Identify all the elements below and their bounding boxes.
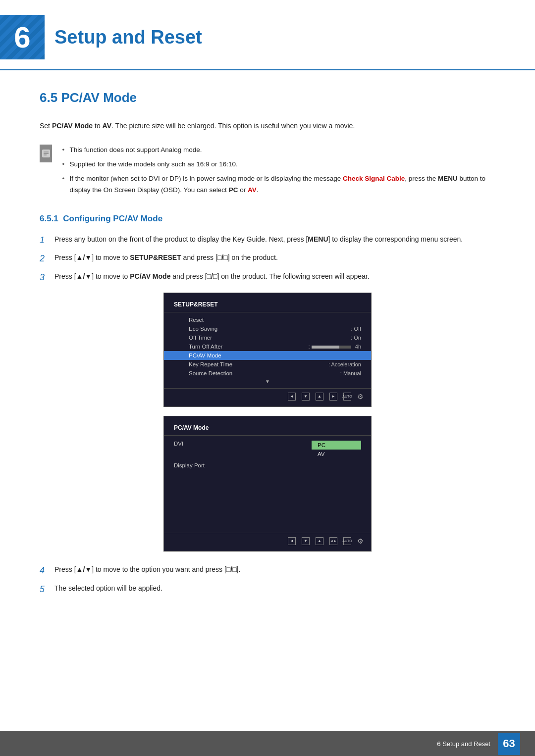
osd1-source-label: Source Detection xyxy=(189,370,340,376)
menu-bold: MENU xyxy=(438,175,458,182)
osd2-btn-left: ◄ xyxy=(288,537,296,545)
osd1-turnoff-label: Turn Off After xyxy=(189,344,309,350)
osd1-btn-right-icon: ► xyxy=(329,393,337,401)
osd1-slider xyxy=(312,346,351,349)
osd2-row-dp: Display Port xyxy=(164,460,371,470)
osd1-row-eco: Eco Saving : Off xyxy=(164,324,371,333)
step-number-2: 2 xyxy=(40,251,45,266)
pencil-svg xyxy=(41,148,52,159)
osd2-option-av: AV xyxy=(312,450,361,458)
pcav-mode-bold-2: PC/AV Mode xyxy=(130,272,170,280)
check-signal-bold: Check Signal Cable xyxy=(343,175,405,182)
menu-key: MENU xyxy=(308,235,328,243)
setup-reset-bold: SETUP&RESET xyxy=(130,253,181,261)
chapter-header: 6 Setup and Reset xyxy=(0,0,535,70)
osd1-btn-up-icon: ▲ xyxy=(316,393,323,401)
osd1-offtimer-label: Off Timer xyxy=(189,335,351,341)
osd-screen-1: SETUP&RESET Reset Eco Saving : Off Off T… xyxy=(163,293,372,407)
step-2: 2 Press [▲/▼] to move to SETUP&RESET and… xyxy=(40,252,495,264)
pcav-mode-bold: PC/AV Mode xyxy=(52,122,93,130)
note-list: This function does not support Analog mo… xyxy=(59,145,495,199)
chapter-number-box: 6 xyxy=(0,15,45,59)
osd2-bottom-bar: ◄ ▼ ▲ ◄► AUTO ⚙ xyxy=(164,533,371,546)
osd1-pcav-label: PC/AV Mode xyxy=(189,353,361,358)
step-1: 1 Press any button on the front of the p… xyxy=(40,234,495,246)
note-box: This function does not support Analog mo… xyxy=(40,145,495,199)
osd1-title: SETUP&RESET xyxy=(164,299,371,312)
osd1-reset-label: Reset xyxy=(189,317,361,323)
step-number-3: 3 xyxy=(40,270,45,285)
osd1-source-value: : Manual xyxy=(340,370,361,376)
step-number-4: 4 xyxy=(40,563,45,578)
osd1-btn-auto-icon: AUTO xyxy=(343,393,351,401)
osd1-row-turnoff: Turn Off After : 4h xyxy=(164,342,371,351)
osd2-gear-icon: ⚙ xyxy=(357,537,364,545)
note-item-1: This function does not support Analog mo… xyxy=(59,145,495,156)
osd2-btn-down-icon: ▼ xyxy=(302,537,310,545)
osd2-btn-auto-icon: AUTO xyxy=(343,537,351,545)
osd1-row-keyrepeat: Key Repeat Time : Acceleration xyxy=(164,360,371,369)
main-content: 6.5 PC/AV Mode Set PC/AV Mode to AV. The… xyxy=(0,90,535,595)
step-3: 3 Press [▲/▼] to move to PC/AV Mode and … xyxy=(40,271,495,283)
subsection-title: 6.5.1 Configuring PC/AV Mode xyxy=(40,214,495,224)
osd2-dp-label: Display Port xyxy=(174,462,361,468)
osd2-btn-up: ▲ xyxy=(316,537,323,545)
osd1-row-pcav: PC/AV Mode xyxy=(164,351,371,360)
chapter-number: 6 xyxy=(14,20,30,54)
chapter-title: Setup and Reset xyxy=(54,27,202,48)
steps-list-2: 4 Press [▲/▼] to move to the option you … xyxy=(40,564,495,595)
step-number-1: 1 xyxy=(40,233,45,248)
osd1-gear-icon: ⚙ xyxy=(357,393,364,401)
osd2-option-pc: PC xyxy=(312,441,361,450)
osd2-btn-enter-icon: ◄► xyxy=(329,537,337,545)
osd1-row-offtimer: Off Timer : On xyxy=(164,333,371,342)
osd1-keyrepeat-value: : Acceleration xyxy=(328,361,361,367)
osd2-btn-left-icon: ◄ xyxy=(288,537,296,545)
footer-page-number: 63 xyxy=(498,733,520,755)
osd1-btn-up: ▲ xyxy=(316,393,323,401)
osd2-btn-auto: AUTO xyxy=(343,537,351,545)
note-icon xyxy=(40,145,52,162)
osd1-btn-left: ◄ xyxy=(288,393,296,401)
osd1-btn-right: ► xyxy=(329,393,337,401)
footer-text: 6 Setup and Reset xyxy=(437,740,490,748)
pc-bold: PC xyxy=(229,186,238,194)
note-item-2: Supplied for the wide models only such a… xyxy=(59,159,495,170)
osd2-btn-down: ▼ xyxy=(302,537,310,545)
osd1-keyrepeat-label: Key Repeat Time xyxy=(189,361,328,367)
nav-keys-3: ▲/▼ xyxy=(76,272,92,280)
subsection-number: 6.5.1 xyxy=(40,214,58,223)
subsection-title-text: Configuring PC/AV Mode xyxy=(63,214,162,223)
av-bold: AV xyxy=(103,122,111,130)
osd1-turnoff-value: : 4h xyxy=(309,344,361,350)
osd1-btn-left-icon: ◄ xyxy=(288,393,296,401)
nav-keys-4: ▲/▼ xyxy=(76,565,92,573)
osd1-row-source: Source Detection : Manual xyxy=(164,369,371,378)
step-5-text: The selected option will be applied. xyxy=(54,584,162,592)
osd2-title: PC/AV Mode xyxy=(164,422,371,436)
enter-key-4: □/□ xyxy=(226,565,237,573)
step-5: 5 The selected option will be applied. xyxy=(40,583,495,595)
osd2-dvi-options: PC AV xyxy=(312,441,361,458)
osd1-eco-value: : Off xyxy=(351,326,361,332)
osd2-row-dvi: DVI PC AV xyxy=(164,439,371,460)
osd1-slider-fill xyxy=(312,346,339,349)
osd2-btn-enter: ◄► xyxy=(329,537,337,545)
osd1-eco-label: Eco Saving xyxy=(189,326,351,332)
intro-paragraph: Set PC/AV Mode to AV. The picture size w… xyxy=(40,120,495,132)
osd1-btn-auto: AUTO xyxy=(343,393,351,401)
osd1-row-reset: Reset xyxy=(164,315,371,324)
av-bold-red: AV xyxy=(248,186,257,194)
osd2-btn-up-icon: ▲ xyxy=(316,537,323,545)
step-4: 4 Press [▲/▼] to move to the option you … xyxy=(40,564,495,576)
nav-keys-2: ▲/▼ xyxy=(76,253,92,261)
note-item-3: If the monitor (when set to DVI or DP) i… xyxy=(59,173,495,196)
osd1-offtimer-value: : On xyxy=(351,335,361,341)
steps-list: 1 Press any button on the front of the p… xyxy=(40,234,495,283)
enter-key-3: □/□ xyxy=(207,272,217,280)
osd1-btn-down-icon: ▼ xyxy=(302,393,310,401)
osd1-btn-down: ▼ xyxy=(302,393,310,401)
page-footer: 6 Setup and Reset 63 xyxy=(0,731,535,756)
enter-key-2: □/□ xyxy=(217,253,228,261)
section-number: 6.5 xyxy=(40,90,57,105)
